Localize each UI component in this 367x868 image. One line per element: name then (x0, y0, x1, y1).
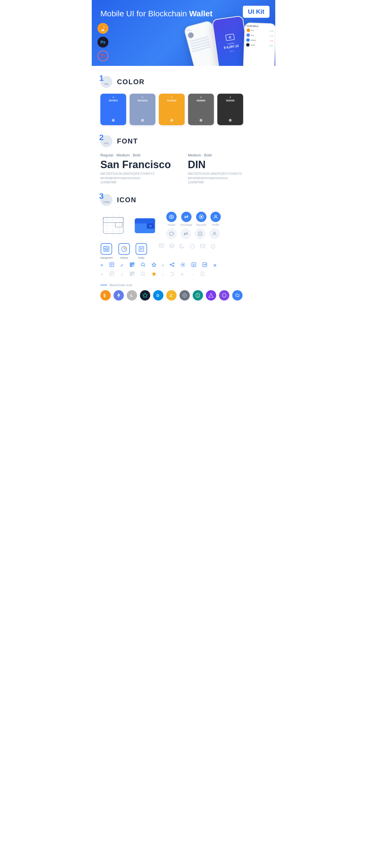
svg-rect-77 (203, 263, 207, 267)
exchange-label: Exchange (181, 223, 192, 226)
bitcoin-icon: ₿ (101, 290, 111, 301)
icon-filled-wallet (132, 214, 158, 237)
lisk-icon (193, 290, 203, 301)
qr-icon-gray (130, 271, 135, 278)
svg-point-27 (199, 233, 201, 235)
font-sf: Regular · Medium · Bold San Francisco AB… (101, 153, 179, 184)
color-swatch-gray: # 666666 (188, 94, 214, 125)
blockchain-line (101, 285, 107, 285)
mgmt-icon-history: History (118, 243, 130, 259)
color-swatch-orange: # F5A623 (159, 94, 185, 125)
assets-label: Assets (167, 223, 175, 226)
hero-section: Mobile UI for Blockchain Wallet UI Kit P… (92, 0, 275, 66)
icon-section: Assets Exchange Discover (101, 212, 266, 301)
info-icon-gray (200, 271, 205, 278)
svg-point-70 (170, 264, 171, 265)
icon-wireframe-wallet (101, 214, 126, 237)
svg-line-93 (144, 275, 145, 276)
main-content: 1 ONE COLOR # 3574FA # 8DA0C8 # F5A623 #… (92, 76, 275, 301)
svg-point-28 (214, 232, 215, 234)
svg-rect-17 (135, 221, 155, 223)
order-icon (136, 243, 147, 255)
litecoin-icon: Ł (127, 290, 137, 301)
svg-marker-99 (117, 293, 120, 296)
order-label: Order (138, 256, 144, 259)
section-number-1: 1 ONE (101, 76, 112, 88)
svg-rect-59 (133, 263, 134, 264)
circle-icon (190, 244, 195, 250)
phone-right: $ 6,297,502.12 BTC +4.5% ETH +2.1% WA (243, 22, 275, 66)
layers-icon (169, 243, 175, 250)
svg-rect-48 (200, 244, 205, 248)
profile-label: Profile (212, 223, 219, 226)
svg-text:Z: Z (170, 293, 172, 298)
font-title: FONT (117, 137, 138, 145)
font-grid: Regular · Medium · Bold San Francisco AB… (101, 153, 266, 184)
svg-point-71 (173, 266, 174, 267)
history-label: History (120, 256, 128, 259)
svg-rect-63 (134, 265, 134, 266)
svg-rect-57 (131, 263, 131, 264)
message-icon (200, 244, 205, 250)
discover-icon (196, 212, 206, 222)
svg-rect-88 (133, 274, 133, 275)
svg-point-26 (198, 232, 202, 236)
management-label: Mangment (101, 256, 113, 259)
svg-rect-61 (131, 266, 131, 267)
close-icon: ✕ (213, 263, 217, 268)
profile-icon-outline (209, 228, 220, 239)
svg-rect-29 (104, 246, 109, 251)
font-section-header: 2 TWO FONT (101, 135, 266, 147)
assets-icon (166, 212, 177, 222)
font-sf-upper: ABCDEFGHIJKLMNOPQRSTUVWXYZ (101, 172, 179, 175)
qr-icon (130, 262, 135, 269)
discover-icon-outline (195, 228, 205, 239)
polygon-icon (219, 290, 229, 301)
check-icon: ✓ (120, 263, 124, 268)
verge-icon (206, 290, 216, 301)
profile-icon (210, 212, 221, 222)
svg-marker-25 (169, 232, 173, 236)
search-icon (140, 262, 146, 269)
svg-rect-62 (133, 265, 133, 266)
svg-rect-87 (131, 275, 131, 276)
hero-badges: Ps 60+ Screens (97, 23, 108, 61)
mgmt-icon-order: Order (136, 243, 147, 259)
svg-text:D: D (157, 293, 159, 298)
small-icons-gray-row2: + ✓ ‹ ✕ → (101, 271, 266, 278)
blockchain-section: BlockChain Icon ₿ Ł (101, 283, 266, 301)
icon-section-header: 3 THREE ICON (101, 194, 266, 206)
export-icon (191, 262, 196, 269)
nav-icon-assets: Assets (166, 212, 177, 226)
dark-coin-icon (140, 290, 150, 301)
svg-point-51 (213, 245, 213, 246)
font-sf-lower: abcdefghijklmnopqrstuvwxyz (101, 177, 179, 180)
svg-rect-64 (133, 266, 133, 267)
info-icon (210, 244, 216, 250)
management-icon (101, 243, 112, 255)
nav-icons-filled: Assets Exchange Discover (166, 212, 221, 226)
font-din-name: DIN (188, 159, 266, 171)
back-icon: ‹ (162, 263, 164, 268)
history-icon (118, 243, 130, 255)
svg-marker-113 (223, 293, 226, 297)
discover-label: Discover (196, 223, 206, 226)
mgmt-icon-management: Mangment (101, 243, 113, 259)
svg-marker-68 (152, 263, 156, 267)
small-icons-gray-row (159, 243, 216, 250)
swap-icon (202, 262, 207, 269)
back-icon-gray: ‹ (162, 272, 164, 277)
color-swatch-dark: # 303030 (217, 94, 243, 125)
svg-marker-102 (143, 293, 147, 297)
svg-point-24 (215, 215, 217, 217)
svg-line-72 (171, 264, 173, 265)
share-icon (169, 262, 175, 269)
svg-text:₿: ₿ (104, 293, 106, 298)
blockchain-label: BlockChain Icon (101, 283, 266, 287)
mgmt-icons-row: Mangment History (101, 243, 266, 259)
zcash-icon: Z (166, 290, 177, 301)
svg-line-67 (144, 266, 145, 267)
ethereum-icon (114, 290, 124, 301)
small-icons-blue-row: + ✓ ‹ (101, 262, 266, 269)
color-swatch-blue: # 3574FA (101, 94, 126, 125)
